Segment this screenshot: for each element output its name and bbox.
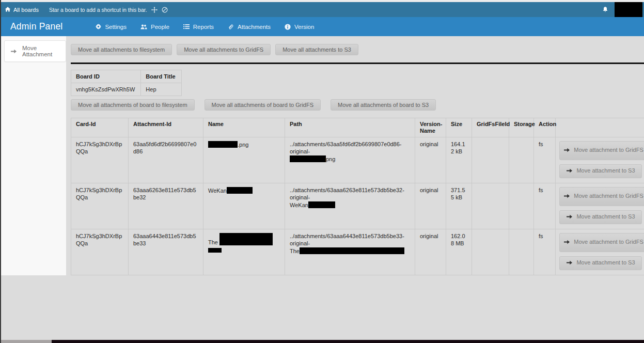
cell-name: The xyxy=(203,229,285,275)
all-boards-link[interactable]: All boards xyxy=(5,6,39,13)
cell-attachment-id: 63aaa6263e811e573db5be32 xyxy=(129,183,203,229)
sidebar-item-move-attachment[interactable]: Move Attachment xyxy=(4,40,66,62)
arrow-right-icon xyxy=(563,194,570,200)
home-icon xyxy=(5,6,11,13)
attachments-header-action: Action xyxy=(534,118,556,137)
attachments-header-gridfsfileid: GridFsFileId xyxy=(472,118,509,137)
redacted-text xyxy=(208,141,238,148)
cell-gridfs-file-id xyxy=(472,137,509,183)
move-button-label: Move attachment to GridFS xyxy=(574,193,643,199)
board-table-head: Board IDBoard Title xyxy=(71,70,182,83)
attachments-header-version-name: Version-Name xyxy=(415,118,446,137)
arrow-right-icon xyxy=(10,49,17,54)
move-handle-icon[interactable] xyxy=(151,7,158,13)
move-attachment-to-s3-button[interactable]: Move attachment to S3 xyxy=(559,210,642,224)
text-segment: The xyxy=(208,239,219,245)
arrow-right-icon xyxy=(566,214,573,221)
cell-size: 371.55 kB xyxy=(446,183,472,229)
move-attachment-to-gridfs-button[interactable]: Move attachment to GridFS xyxy=(559,233,644,252)
text-segment: WeKan xyxy=(208,188,227,194)
cell-storage xyxy=(509,183,534,229)
admin-tabs: SettingsPeopleReportsAttachmentsVersion xyxy=(96,24,314,30)
tab-attachments[interactable]: Attachments xyxy=(228,24,271,30)
tab-label: Attachments xyxy=(238,24,271,30)
move-all-attachments-of-board-to-filesystem-button[interactable]: Move all attachments of board to filesys… xyxy=(71,99,195,111)
cell-gridfs-file-id xyxy=(472,183,509,229)
tab-label: Version xyxy=(294,24,314,30)
people-icon xyxy=(140,24,147,30)
shortcut-banner: Star a board to add a shortcut in this b… xyxy=(49,7,168,13)
tab-people[interactable]: People xyxy=(140,24,169,30)
move-attachment-to-s3-button[interactable]: Move attachment to S3 xyxy=(559,164,642,178)
text-segment: ../attachments/63aaa6263e811e573db5be32-… xyxy=(290,187,404,200)
cell-storage xyxy=(509,229,534,275)
cell-card-id: hCJ7kSg3hDXrBpQQa xyxy=(71,229,129,275)
cell-name: .png xyxy=(203,137,285,183)
cell-buttons: Move attachment to GridFSMove attachment… xyxy=(556,183,644,229)
text-segment: ../attachments/63aaa6443e811e573db5be33-… xyxy=(290,233,404,246)
tab-settings[interactable]: Settings xyxy=(96,24,127,30)
move-all-attachments-to-gridfs-button[interactable]: Move all attachments to GridFS xyxy=(177,44,271,55)
arrow-right-icon xyxy=(563,148,570,154)
tab-version[interactable]: Version xyxy=(285,24,314,30)
move-attachment-to-s3-button[interactable]: Move attachment to S3 xyxy=(559,256,642,270)
move-button-label: Move attachment to GridFS xyxy=(574,239,643,245)
cell-gridfs-file-id xyxy=(472,229,509,275)
user-menu-redacted[interactable] xyxy=(615,2,642,17)
move-button-label: Move attachment to S3 xyxy=(576,259,635,266)
arrow-right-icon xyxy=(563,240,570,246)
cell-size: 162.08 MB xyxy=(446,229,472,275)
horizontal-scrollbar[interactable] xyxy=(0,340,644,343)
gear-icon xyxy=(96,24,101,29)
cell-version-name: original xyxy=(415,229,446,275)
move-button-label: Move attachment to S3 xyxy=(576,213,635,220)
cell-buttons: Move attachment to GridFSMove attachment… xyxy=(556,137,644,183)
redacted-text xyxy=(227,187,253,194)
cell-name: WeKan xyxy=(203,183,285,229)
redacted-text xyxy=(208,248,222,253)
paperclip-icon xyxy=(228,24,234,30)
global-buttons-row: Move all attachments to filesystemMove a… xyxy=(71,44,644,55)
text-segment: The xyxy=(290,248,300,254)
cell-version-name: original xyxy=(415,137,446,183)
board-header-board-title: Board Title xyxy=(141,70,181,83)
cell-attachment-id: 63aaa6443e811e573db5be33 xyxy=(129,229,203,275)
main-panel: Move all attachments to filesystemMove a… xyxy=(66,36,644,275)
move-all-attachments-of-board-to-s3-button[interactable]: Move all attachments of board to S3 xyxy=(331,99,436,111)
horizontal-scrollbar-thumb[interactable] xyxy=(0,340,52,343)
tab-label: Settings xyxy=(105,24,127,30)
attachments-header-path: Path xyxy=(285,118,415,137)
attachments-header-actions xyxy=(556,118,644,137)
tab-reports[interactable]: Reports xyxy=(183,24,214,30)
hide-bar-icon[interactable] xyxy=(162,7,168,13)
cell-path: ../attachments/63aaa6443e811e573db5be33-… xyxy=(285,229,415,275)
attachment-row: hCJ7kSg3hDXrBpQQa63aa5fd6df2b6699807e0d8… xyxy=(71,137,644,183)
board-row: vnhg5KsZsdPwXRh5WHep xyxy=(71,83,182,96)
text-segment: WeKan xyxy=(290,202,308,208)
arrow-right-icon xyxy=(566,260,573,267)
sidebar-item-label: Move Attachment xyxy=(22,45,66,57)
arrow-right-icon xyxy=(566,168,573,175)
cell-card-id: hCJ7kSg3hDXrBpQQa xyxy=(71,183,129,229)
redacted-text xyxy=(308,201,335,208)
move-button-label: Move attachment to GridFS xyxy=(574,147,643,153)
move-attachment-to-gridfs-button[interactable]: Move attachment to GridFS xyxy=(559,141,644,160)
all-boards-label: All boards xyxy=(13,7,39,13)
board-cell: Hep xyxy=(141,83,181,96)
tab-label: Reports xyxy=(193,24,214,30)
attachments-header-storage: Storage xyxy=(509,118,534,137)
move-button-label: Move attachment to S3 xyxy=(576,167,635,174)
move-all-attachments-of-board-to-gridfs-button[interactable]: Move all attachments of board to GridFS xyxy=(205,99,321,111)
attachments-header-attachment-id: Attachment-Id xyxy=(129,118,203,137)
cell-path: ../attachments/63aaa6263e811e573db5be32-… xyxy=(285,183,415,229)
move-all-attachments-to-s3-button[interactable]: Move all attachments to S3 xyxy=(275,44,358,55)
move-attachment-to-gridfs-button[interactable]: Move attachment to GridFS xyxy=(559,187,644,206)
admin-panel-header: Admin Panel SettingsPeopleReportsAttachm… xyxy=(0,17,644,36)
cell-size: 164.12 kB xyxy=(446,137,472,183)
cell-attachment-id: 63aa5fd6df2b6699807e0d86 xyxy=(129,137,203,183)
move-all-attachments-to-filesystem-button[interactable]: Move all attachments to filesystem xyxy=(71,44,172,55)
notifications-bell-icon[interactable] xyxy=(602,6,608,13)
cell-version-name: original xyxy=(415,183,446,229)
attachments-header-name: Name xyxy=(203,118,285,137)
tab-label: People xyxy=(151,24,169,30)
